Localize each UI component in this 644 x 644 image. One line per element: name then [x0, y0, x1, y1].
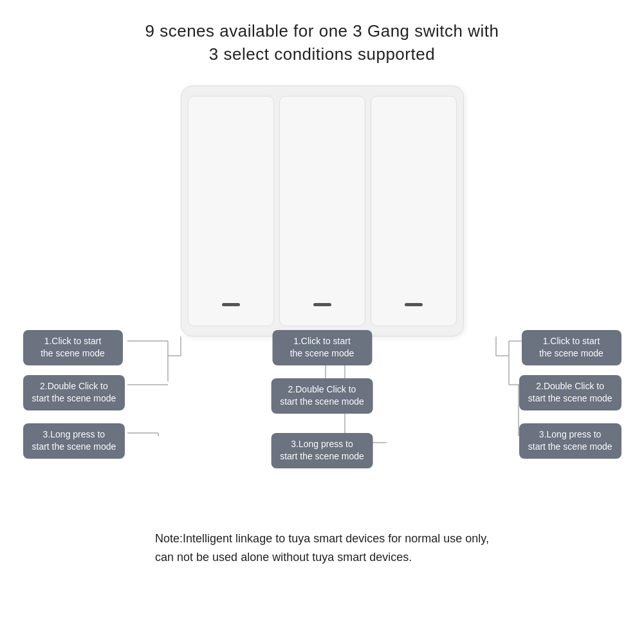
label-left-1-text: 1.Click to startthe scene mode — [41, 336, 105, 359]
label-left-2: 2.Double Click tostart the scene mode — [23, 375, 125, 410]
switch-device — [181, 86, 464, 336]
label-right-1: 1.Click to startthe scene mode — [522, 330, 621, 365]
label-center-3: 3.Long press tostart the scene mode — [271, 433, 373, 468]
note-text: Note:Intelligent linkage to tuya smart d… — [155, 529, 489, 567]
label-center-2-text: 2.Double Click tostart the scene mode — [280, 384, 364, 407]
page-container: 9 scenes available for one 3 Gang switch… — [0, 0, 644, 644]
title-line2: 3 select conditions supported — [209, 44, 435, 64]
label-right-2: 2.Double Click tostart the scene mode — [519, 375, 621, 410]
switch-button-center[interactable] — [279, 96, 365, 326]
label-right-3: 3.Long press tostart the scene mode — [519, 423, 621, 459]
note-content: Note:Intelligent linkage to tuya smart d… — [155, 532, 489, 564]
page-title: 9 scenes available for one 3 Gang switch… — [145, 19, 499, 66]
label-right-1-text: 1.Click to startthe scene mode — [539, 336, 603, 359]
label-center-1: 1.Click to startthe scene mode — [272, 330, 372, 365]
switch-button-right[interactable] — [371, 96, 457, 326]
label-right-2-text: 2.Double Click tostart the scene mode — [528, 381, 612, 404]
label-left-3: 3.Long press tostart the scene mode — [23, 423, 125, 459]
label-left-2-text: 2.Double Click tostart the scene mode — [32, 381, 116, 404]
switch-indicator-right — [405, 303, 423, 306]
switch-indicator-center — [313, 303, 331, 306]
diagram-area: 1.Click to startthe scene mode 2.Double … — [17, 86, 628, 523]
switch-button-left[interactable] — [188, 96, 274, 326]
label-center-2: 2.Double Click tostart the scene mode — [271, 378, 373, 414]
label-right-3-text: 3.Long press tostart the scene mode — [528, 429, 612, 452]
title-line1: 9 scenes available for one 3 Gang switch… — [145, 21, 499, 41]
switch-indicator-left — [222, 303, 240, 306]
label-left-1: 1.Click to startthe scene mode — [23, 330, 123, 365]
label-center-3-text: 3.Long press tostart the scene mode — [280, 439, 364, 462]
label-left-3-text: 3.Long press tostart the scene mode — [32, 429, 116, 452]
label-center-1-text: 1.Click to startthe scene mode — [290, 336, 354, 359]
